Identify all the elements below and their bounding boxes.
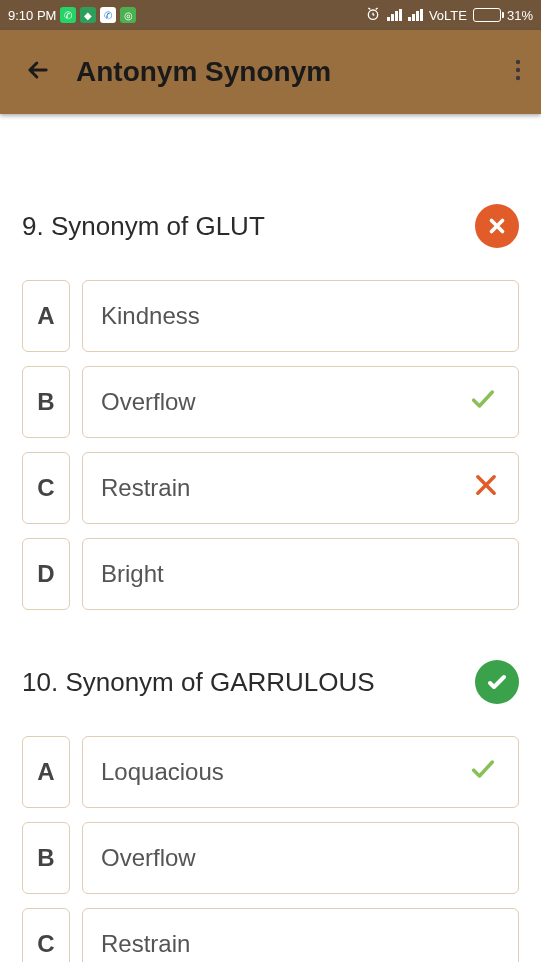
- back-button[interactable]: [16, 48, 60, 96]
- app-icon: ◎: [120, 7, 136, 23]
- option-row: B Overflow: [22, 822, 519, 894]
- check-icon: [466, 755, 500, 789]
- option-letter: C: [22, 908, 70, 962]
- page-title: Antonym Synonym: [76, 56, 331, 88]
- svg-point-3: [516, 76, 520, 80]
- option-text: Overflow: [101, 388, 196, 416]
- option-text: Loquacious: [101, 758, 224, 786]
- option-row: C Restrain: [22, 908, 519, 962]
- option-a[interactable]: Loquacious: [82, 736, 519, 808]
- signal-icon-2: [408, 9, 423, 21]
- alarm-icon: [365, 6, 381, 25]
- option-b[interactable]: Overflow: [82, 366, 519, 438]
- phone-icon: ✆: [100, 7, 116, 23]
- option-row: A Loquacious: [22, 736, 519, 808]
- status-badge-correct: [475, 660, 519, 704]
- status-bar: 9:10 PM ✆ ◆ ✆ ◎ VoLTE 31%: [0, 0, 541, 30]
- whatsapp-icon: ✆: [60, 7, 76, 23]
- option-c[interactable]: Restrain: [82, 908, 519, 962]
- content: 9. Synonym of GLUT A Kindness B Overflow…: [0, 114, 541, 962]
- question-block: 9. Synonym of GLUT A Kindness B Overflow…: [22, 204, 519, 610]
- cross-icon: [472, 471, 500, 505]
- option-b[interactable]: Overflow: [82, 822, 519, 894]
- option-text: Overflow: [101, 844, 196, 872]
- shield-icon: ◆: [80, 7, 96, 23]
- option-text: Restrain: [101, 930, 190, 958]
- status-time: 9:10 PM: [8, 8, 56, 23]
- status-badge-wrong: [475, 204, 519, 248]
- question-text: 10. Synonym of GARRULOUS: [22, 667, 375, 698]
- option-row: D Bright: [22, 538, 519, 610]
- battery-icon: [473, 8, 501, 22]
- signal-icon-1: [387, 9, 402, 21]
- option-text: Bright: [101, 560, 164, 588]
- option-c[interactable]: Restrain: [82, 452, 519, 524]
- option-text: Restrain: [101, 474, 190, 502]
- app-bar: Antonym Synonym: [0, 30, 541, 114]
- option-letter: A: [22, 736, 70, 808]
- option-row: B Overflow: [22, 366, 519, 438]
- question-block: 10. Synonym of GARRULOUS A Loquacious B …: [22, 660, 519, 962]
- option-letter: B: [22, 822, 70, 894]
- overflow-menu-button[interactable]: [507, 50, 529, 94]
- svg-point-2: [516, 68, 520, 72]
- option-text: Kindness: [101, 302, 200, 330]
- option-row: A Kindness: [22, 280, 519, 352]
- option-row: C Restrain: [22, 452, 519, 524]
- option-letter: B: [22, 366, 70, 438]
- option-a[interactable]: Kindness: [82, 280, 519, 352]
- battery-percent: 31%: [507, 8, 533, 23]
- option-letter: A: [22, 280, 70, 352]
- option-letter: C: [22, 452, 70, 524]
- option-d[interactable]: Bright: [82, 538, 519, 610]
- svg-point-1: [516, 60, 520, 64]
- volte-label: VoLTE: [429, 8, 467, 23]
- check-icon: [466, 385, 500, 419]
- option-letter: D: [22, 538, 70, 610]
- question-text: 9. Synonym of GLUT: [22, 211, 265, 242]
